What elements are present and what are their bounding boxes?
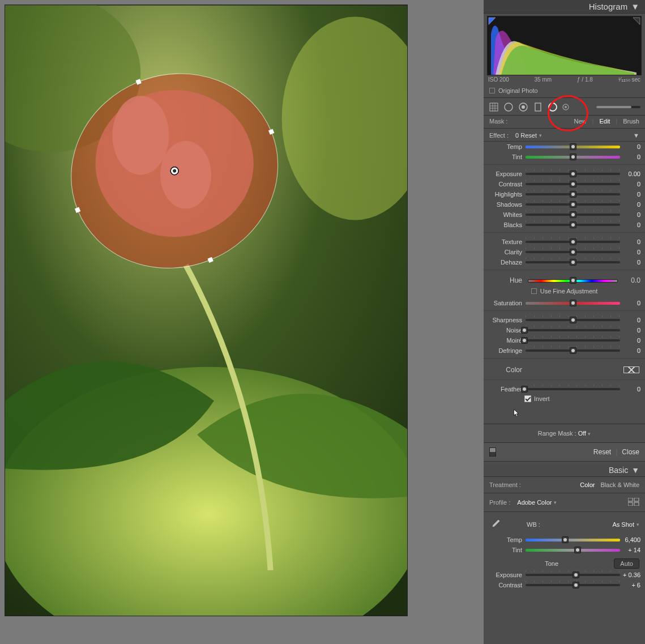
basic-temp-value[interactable]: 6,400 bbox=[621, 536, 640, 543]
image-canvas[interactable] bbox=[5, 5, 408, 616]
basic-title: Basic bbox=[609, 466, 628, 475]
basic-temp-slider[interactable] bbox=[524, 536, 621, 544]
dehaze-value[interactable]: 0 bbox=[621, 259, 640, 266]
highlights-value[interactable]: 0 bbox=[621, 191, 640, 198]
mask-mode-new[interactable]: New bbox=[574, 118, 587, 125]
basic-contrast-label: Contrast bbox=[487, 582, 524, 588]
contrast-value[interactable]: 0 bbox=[621, 181, 640, 187]
radial-filter-tool-icon[interactable] bbox=[547, 101, 558, 113]
temp-slider[interactable] bbox=[524, 143, 621, 151]
shadows-label: Shadows bbox=[487, 201, 524, 208]
original-photo-checkbox[interactable] bbox=[489, 88, 495, 93]
texture-value[interactable]: 0 bbox=[621, 238, 640, 245]
basic-contrast-value[interactable]: + 6 bbox=[621, 582, 640, 588]
svg-rect-20 bbox=[634, 498, 639, 501]
sharpness-slider[interactable] bbox=[524, 316, 621, 324]
noise-label: Noise bbox=[487, 327, 524, 334]
svg-rect-13 bbox=[535, 103, 541, 111]
dehaze-slider[interactable] bbox=[524, 258, 621, 266]
wb-dropdown[interactable]: As Shot bbox=[612, 521, 634, 528]
whites-value[interactable]: 0 bbox=[621, 211, 640, 218]
dropdown-caret-icon[interactable]: ▾ bbox=[554, 500, 557, 505]
shadow-clipping-icon[interactable] bbox=[489, 18, 496, 24]
close-button[interactable]: Close bbox=[622, 448, 639, 456]
tone-auto-button[interactable]: Auto bbox=[614, 558, 639, 569]
whites-slider[interactable] bbox=[524, 211, 621, 219]
panel-disclosure-icon[interactable]: ▼ bbox=[633, 132, 639, 139]
treatment-label: Treatment : bbox=[489, 481, 521, 488]
basic-header[interactable]: Basic ▼ bbox=[484, 464, 645, 477]
histogram-title: Histogram bbox=[589, 2, 627, 11]
disclosure-triangle-icon[interactable]: ▼ bbox=[631, 2, 639, 11]
spot-removal-tool-icon[interactable] bbox=[503, 101, 514, 113]
histogram[interactable] bbox=[487, 16, 642, 75]
shadows-slider[interactable] bbox=[524, 201, 621, 208]
disclosure-triangle-icon[interactable]: ▼ bbox=[631, 466, 639, 475]
clarity-value[interactable]: 0 bbox=[621, 249, 640, 255]
crop-tool-icon[interactable] bbox=[488, 101, 499, 113]
wb-label: WB : bbox=[527, 521, 540, 528]
hue-value[interactable]: 0.0 bbox=[621, 276, 640, 284]
texture-slider[interactable] bbox=[524, 238, 621, 246]
blacks-value[interactable]: 0 bbox=[621, 221, 640, 228]
defringe-value[interactable]: 0 bbox=[621, 347, 640, 354]
exposure-slider[interactable] bbox=[524, 170, 621, 178]
shadows-value[interactable]: 0 bbox=[621, 201, 640, 208]
profile-browser-icon[interactable] bbox=[628, 498, 639, 507]
defringe-slider[interactable] bbox=[524, 347, 621, 355]
mask-mode-brush[interactable]: Brush bbox=[623, 118, 639, 125]
dropdown-caret-icon[interactable]: ▾ bbox=[637, 522, 639, 527]
moiré-slider[interactable] bbox=[524, 336, 621, 344]
adjustment-brush-tool-icon[interactable] bbox=[562, 101, 570, 113]
tone-label: Tone bbox=[489, 560, 614, 567]
exposure-value[interactable]: 0.00 bbox=[621, 170, 640, 177]
panel-switch-toggle[interactable] bbox=[489, 447, 496, 457]
histogram-header[interactable]: Histogram ▼ bbox=[484, 0, 645, 14]
use-fine-adjustment-checkbox[interactable] bbox=[531, 288, 537, 294]
defringe-label: Defringe bbox=[487, 347, 524, 354]
hue-slider[interactable] bbox=[527, 276, 619, 284]
noise-value[interactable]: 0 bbox=[621, 327, 640, 334]
moiré-value[interactable]: 0 bbox=[621, 337, 640, 344]
noise-slider[interactable] bbox=[524, 326, 621, 334]
basic-exposure-slider[interactable] bbox=[524, 571, 621, 579]
svg-point-12 bbox=[522, 105, 525, 109]
tint-slider[interactable] bbox=[524, 153, 621, 161]
feather-slider[interactable] bbox=[524, 385, 621, 393]
treatment-bw[interactable]: Black & White bbox=[601, 481, 639, 488]
highlights-slider[interactable] bbox=[524, 190, 621, 198]
basic-exposure-value[interactable]: + 0.36 bbox=[621, 572, 640, 578]
profile-dropdown[interactable]: Adobe Color bbox=[517, 499, 552, 506]
dropdown-caret-icon[interactable]: ▾ bbox=[539, 133, 542, 138]
invert-checkbox[interactable] bbox=[524, 395, 531, 402]
contrast-slider[interactable] bbox=[524, 180, 621, 188]
amount-slider[interactable] bbox=[596, 105, 640, 109]
svg-point-14 bbox=[549, 103, 557, 111]
feather-value[interactable]: 0 bbox=[621, 386, 640, 393]
saturation-slider[interactable] bbox=[524, 299, 621, 307]
redeye-tool-icon[interactable] bbox=[518, 101, 529, 113]
highlight-clipping-icon[interactable] bbox=[633, 18, 640, 24]
clarity-label: Clarity bbox=[487, 249, 524, 255]
blacks-slider[interactable] bbox=[524, 221, 621, 229]
basic-tint-value[interactable]: + 14 bbox=[621, 547, 640, 553]
color-swatch[interactable] bbox=[623, 366, 639, 373]
tint-value[interactable]: 0 bbox=[621, 153, 640, 160]
texture-label: Texture bbox=[487, 238, 524, 245]
effect-preset-dropdown[interactable]: 0 Reset bbox=[515, 132, 537, 139]
wb-eyedropper-icon[interactable] bbox=[489, 518, 502, 531]
clarity-slider[interactable] bbox=[524, 248, 621, 256]
basic-temp-label: Temp bbox=[487, 536, 524, 543]
range-mask-dropdown[interactable]: Off ▾ bbox=[578, 430, 591, 437]
reset-button[interactable]: Reset bbox=[593, 448, 611, 456]
sharpness-value[interactable]: 0 bbox=[621, 317, 640, 323]
basic-tint-slider[interactable] bbox=[524, 546, 621, 554]
basic-exposure-label: Exposure bbox=[487, 572, 524, 578]
temp-value[interactable]: 0 bbox=[621, 143, 640, 150]
treatment-color[interactable]: Color bbox=[580, 481, 595, 488]
basic-contrast-slider[interactable] bbox=[524, 581, 621, 589]
saturation-value[interactable]: 0 bbox=[621, 300, 640, 306]
aperture-readout: ƒ / 1.8 bbox=[577, 76, 593, 83]
graduated-filter-tool-icon[interactable] bbox=[532, 101, 544, 113]
mask-mode-edit[interactable]: Edit bbox=[599, 118, 610, 125]
